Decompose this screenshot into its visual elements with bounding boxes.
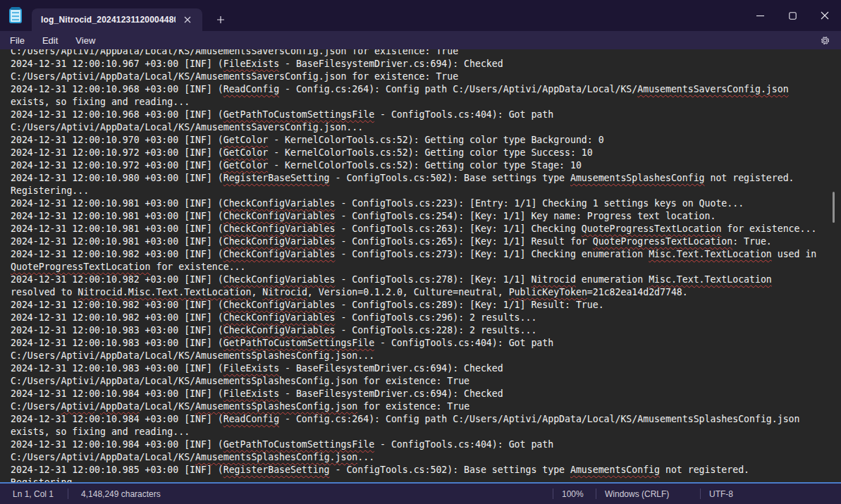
log-text: =21c82ea14d2d7748.: [587, 287, 688, 297]
log-text: 2024-12-31 12:00:10.983 +03:00 [INF] (: [11, 363, 223, 374]
log-content: C:/Users/Aptivi/AppData/Local/KS/Amuseme…: [11, 49, 834, 482]
encoding-value: UTF-8: [701, 489, 733, 499]
misspelled-token: Nitrocid: [531, 274, 576, 285]
misspelled-token: Aptivi: [61, 401, 94, 412]
minimize-icon: [756, 12, 764, 20]
log-line: C:/Users/Aptivi/AppData/Local/KS/Amuseme…: [11, 400, 834, 413]
new-tab-button[interactable]: [211, 11, 230, 28]
log-text: Registering...: [11, 185, 89, 196]
log-text: /Local/KS/: [140, 401, 195, 412]
log-text: 2024-12-31 12:00:10.981 +03:00 [INF] (: [11, 211, 223, 221]
statusbar: Ln 1, Col 1 4,148,249 characters 100% Wi…: [0, 484, 841, 504]
log-text: , Version=0.1.2.0, Culture=neutral,: [307, 287, 509, 297]
misspelled-token: FileExists: [223, 388, 279, 399]
log-text: - ConfigTools.cs:404): Got path: [374, 338, 553, 348]
misspelled-token: RegisterBaseSetting: [223, 465, 330, 475]
log-line: 2024-12-31 12:00:10.981 +03:00 [INF] (Ch…: [11, 223, 834, 235]
log-text: - ConfigTools.cs:296): 2 results...: [336, 312, 537, 323]
log-text: 2024-12-31 12:00:10.972 +03:00 [INF] (: [11, 160, 223, 171]
close-icon: [821, 11, 829, 20]
menu-edit[interactable]: Edit: [35, 33, 66, 48]
menubar: File Edit View: [0, 31, 841, 49]
log-text: ,: [251, 287, 262, 297]
misspelled-token: AmusementsSaversConfig.json: [637, 84, 788, 94]
log-text: C:/Users/Aptivi/AppData/Local/KS/Amuseme…: [11, 49, 458, 56]
log-text: 2024-12-31 12:00:10.968 +03:00 [INF] (: [11, 84, 223, 94]
misspelled-token: Misc.Text.TextLocation: [649, 274, 772, 285]
log-text: resolved to: [11, 287, 78, 297]
notepad-app-icon: [9, 7, 23, 24]
log-text: 2024-12-31 12:00:10.981 +03:00 [INF] (: [11, 236, 223, 247]
log-text: - Config.cs:264): Config path C:/Users/A…: [279, 414, 799, 424]
misspelled-token: GetColor: [223, 135, 269, 145]
tab-log-file[interactable]: log_Nitrocid_202412311200044804: [32, 8, 202, 31]
log-line: 2024-12-31 12:00:10.968 +03:00 [INF] (Ge…: [11, 109, 834, 121]
vertical-scrollbar-thumb[interactable]: [833, 192, 835, 223]
log-text: 2024-12-31 12:00:10.984 +03:00 [INF] (: [11, 414, 223, 424]
log-text: not registered.: [660, 465, 749, 475]
log-text: 2024-12-31 12:00:10.983 +03:00 [INF] (: [11, 338, 223, 348]
misspelled-token: QuoteProgressTextLocation: [593, 236, 733, 247]
misspelled-token: ReadConfig: [223, 414, 279, 424]
log-text: exists, so fixing and reading...: [11, 97, 190, 107]
misspelled-token: CheckConfigVariables: [223, 312, 336, 323]
misspelled-token: AppData: [100, 401, 140, 412]
log-line: 2024-12-31 12:00:10.968 +03:00 [INF] (Re…: [11, 83, 834, 96]
misspelled-token: ReadConfig: [223, 84, 279, 94]
log-text: 2024-12-31 12:00:10.985 +03:00 [INF] (: [11, 465, 223, 475]
plus-icon: [216, 16, 225, 24]
maximize-button[interactable]: [776, 0, 809, 31]
line-ending-value: Windows (CRLF): [596, 489, 669, 499]
log-text: - ConfigTools.cs:278): [Key: 1/1]: [336, 274, 532, 285]
misspelled-token: CheckConfigVariables: [223, 274, 336, 285]
close-button[interactable]: [809, 0, 841, 31]
log-text: - ConfigTools.cs:228): 2 results...: [336, 325, 537, 336]
settings-button[interactable]: [813, 32, 837, 49]
log-line: 2024-12-31 12:00:10.985 +03:00 [INF] (Re…: [11, 464, 834, 477]
encoding: UTF-8: [701, 484, 778, 504]
menu-view[interactable]: View: [68, 33, 103, 48]
log-text: 2024-12-31 12:00:10.983 +03:00 [INF] (: [11, 325, 223, 336]
log-line: 2024-12-31 12:00:10.982 +03:00 [INF] (Ch…: [11, 312, 834, 324]
log-text: - ConfigTools.cs:404): Got path: [374, 439, 553, 450]
log-text: - BaseFilesystemDriver.cs:694): Checked: [279, 363, 503, 374]
tab-close-button[interactable]: [180, 12, 195, 27]
log-line: C:/Users/Aptivi/AppData/Local/KS/Amuseme…: [11, 121, 834, 134]
log-text: 2024-12-31 12:00:10.981 +03:00 [INF] (: [11, 223, 223, 234]
log-line: 2024-12-31 12:00:10.983 +03:00 [INF] (Fi…: [11, 362, 834, 375]
log-text: - BaseFilesystemDriver.cs:694): Checked: [279, 59, 503, 69]
log-text: 2024-12-31 12:00:10.970 +03:00 [INF] (: [11, 135, 223, 145]
log-line: 2024-12-31 12:00:10.970 +03:00 [INF] (Ge…: [11, 134, 834, 147]
misspelled-token: CheckConfigVariables: [223, 236, 336, 247]
log-line: 2024-12-31 12:00:10.984 +03:00 [INF] (Ge…: [11, 438, 834, 451]
log-text: - ConfigTools.cs:265): [Key: 1/1] Result…: [336, 236, 593, 247]
misspelled-token: CheckConfigVariables: [223, 223, 336, 234]
log-line: 2024-12-31 12:00:10.983 +03:00 [INF] (Ge…: [11, 337, 834, 350]
log-text: Registering...: [11, 477, 89, 482]
log-line: exists, so fixing and reading...: [11, 426, 834, 438]
log-text: for existence...: [721, 223, 816, 234]
log-text: exists, so fixing and reading...: [11, 426, 190, 437]
notepad-icon-page: [9, 8, 22, 23]
misspelled-token: FileExists: [223, 363, 279, 374]
menu-file[interactable]: File: [2, 33, 32, 48]
misspelled-token: CheckConfigVariables: [223, 300, 336, 310]
log-line: 2024-12-31 12:00:10.967 +03:00 [INF] (Fi…: [11, 58, 834, 70]
misspelled-token: CheckConfigVariables: [223, 211, 336, 221]
log-line: C:/Users/Aptivi/AppData/Local/KS/Amuseme…: [11, 375, 834, 388]
statusbar-right-group: 100% Windows (CRLF) UTF-8: [553, 484, 778, 504]
log-line: Registering...: [11, 185, 834, 197]
tab-title: log_Nitrocid_202412311200044804: [41, 15, 176, 25]
log-line: 2024-12-31 12:00:10.984 +03:00 [INF] (Fi…: [11, 388, 834, 400]
misspelled-token: AmusementsSplashesConfig.json: [195, 452, 357, 462]
text-editor[interactable]: C:/Users/Aptivi/AppData/Local/KS/Amuseme…: [0, 49, 841, 482]
minimize-button[interactable]: [744, 0, 776, 31]
log-line: QuoteProgressTextLocation for existence.…: [11, 261, 834, 273]
misspelled-token: PublicKeyToken: [509, 287, 587, 297]
misspelled-token: AmusementsConfig: [570, 465, 660, 475]
settings-gear-icon: [820, 35, 830, 46]
log-text: : True.: [732, 236, 772, 247]
log-text: 2024-12-31 12:00:10.982 +03:00 [INF] (: [11, 249, 223, 259]
log-line: 2024-12-31 12:00:10.984 +03:00 [INF] (Re…: [11, 413, 834, 426]
log-line: C:/Users/Aptivi/AppData/Local/KS/Amuseme…: [11, 49, 834, 58]
